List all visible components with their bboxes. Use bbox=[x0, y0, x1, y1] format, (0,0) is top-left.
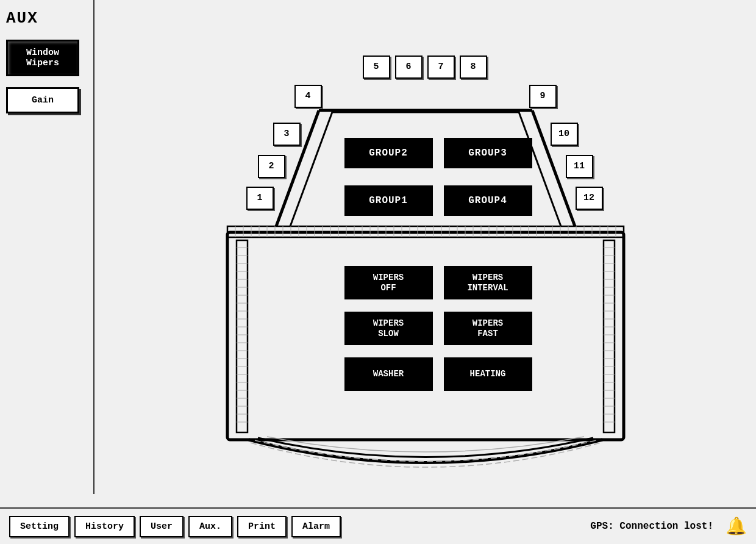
btn-6[interactable]: 6 bbox=[395, 55, 423, 79]
sidebar: AUX WindowWipers Gain bbox=[0, 0, 94, 494]
history-btn[interactable]: History bbox=[74, 516, 135, 537]
toolbar: Setting History User Aux. Print Alarm GP… bbox=[0, 507, 756, 544]
wipers-fast-btn[interactable]: WIPERSFAST bbox=[444, 312, 532, 345]
btn-7[interactable]: 7 bbox=[427, 55, 455, 79]
btn-3[interactable]: 3 bbox=[273, 123, 301, 146]
svg-rect-1 bbox=[237, 240, 248, 432]
btn-9[interactable]: 9 bbox=[529, 85, 557, 108]
main-content: 5 6 7 8 4 3 2 1 9 10 11 12 GROUP2 GROUP3… bbox=[94, 0, 756, 507]
wipers-interval-btn[interactable]: WIPERSINTERVAL bbox=[444, 266, 532, 299]
wipers-slow-btn[interactable]: WIPERSSLOW bbox=[344, 312, 433, 345]
group4-btn[interactable]: GROUP4 bbox=[444, 185, 532, 216]
btn-5[interactable]: 5 bbox=[363, 55, 390, 79]
sidebar-btn-gain[interactable]: Gain bbox=[6, 87, 79, 113]
wipers-off-btn[interactable]: WIPERSOFF bbox=[344, 266, 433, 299]
svg-rect-25 bbox=[604, 240, 615, 432]
btn-1[interactable]: 1 bbox=[246, 187, 274, 210]
btn-8[interactable]: 8 bbox=[460, 55, 487, 79]
sidebar-btn-window-wipers[interactable]: WindowWipers bbox=[6, 40, 79, 76]
btn-10[interactable]: 10 bbox=[551, 123, 578, 146]
btn-11[interactable]: 11 bbox=[566, 155, 593, 178]
btn-12[interactable]: 12 bbox=[576, 187, 603, 210]
print-btn[interactable]: Print bbox=[237, 516, 287, 537]
washer-btn[interactable]: WASHER bbox=[344, 357, 433, 391]
group1-btn[interactable]: GROUP1 bbox=[344, 185, 433, 216]
panel-svg bbox=[188, 22, 663, 485]
alarm-btn[interactable]: Alarm bbox=[291, 516, 341, 537]
heating-btn[interactable]: HEATING bbox=[444, 357, 532, 391]
sidebar-title: AUX bbox=[6, 9, 87, 27]
user-btn[interactable]: User bbox=[140, 516, 184, 537]
gps-status: GPS: Connection lost! bbox=[590, 521, 713, 532]
aux-btn[interactable]: Aux. bbox=[188, 516, 232, 537]
setting-btn[interactable]: Setting bbox=[9, 516, 70, 537]
diagram-area: 5 6 7 8 4 3 2 1 9 10 11 12 GROUP2 GROUP3… bbox=[188, 22, 663, 485]
btn-4[interactable]: 4 bbox=[294, 85, 322, 108]
group2-btn[interactable]: GROUP2 bbox=[344, 138, 433, 168]
btn-2[interactable]: 2 bbox=[258, 155, 285, 178]
group3-btn[interactable]: GROUP3 bbox=[444, 138, 532, 168]
bell-icon[interactable]: 🔔 bbox=[726, 516, 747, 537]
